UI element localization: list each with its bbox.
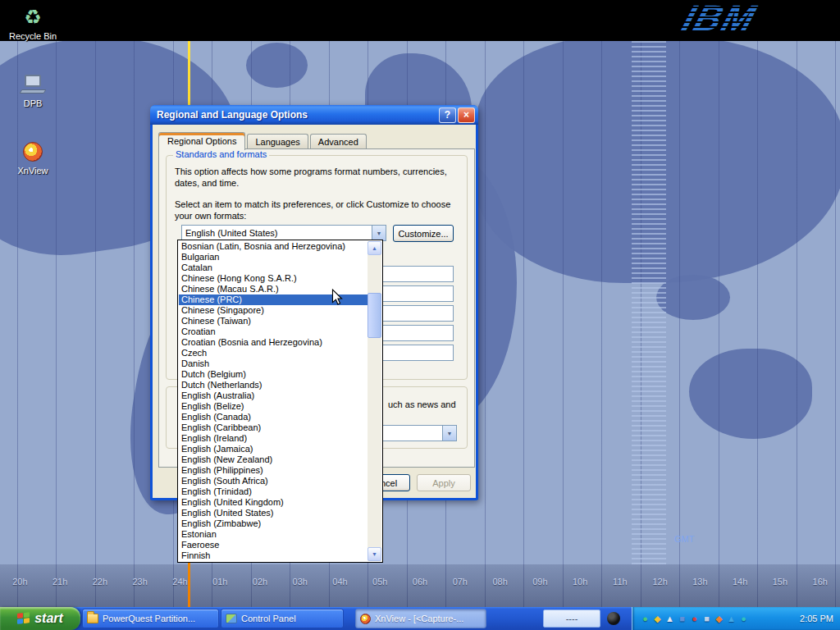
folder-icon	[87, 614, 98, 623]
list-item[interactable]: English (New Zealand)	[179, 454, 368, 465]
taskbar-button[interactable]: XnView - [<Capture-...	[355, 609, 486, 628]
desktop-icon-dpb[interactable]: DPB	[4, 72, 62, 108]
update-shield-icon[interactable]: ◆	[651, 607, 664, 630]
timezone-label: 09h	[520, 577, 560, 587]
toolbar-orb-icon[interactable]	[607, 612, 620, 625]
list-item[interactable]: Czech	[179, 348, 368, 358]
list-item[interactable]: Chinese (Taiwan)	[179, 316, 368, 326]
timezone-label: 12h	[640, 577, 680, 587]
tab-advanced[interactable]: Advanced	[310, 134, 367, 149]
timezone-label: 22h	[80, 577, 121, 587]
list-item[interactable]: English (Canada)	[179, 412, 368, 422]
control-panel-icon	[226, 614, 237, 623]
wireless-icon[interactable]: ▲	[725, 607, 737, 630]
safely-remove-icon[interactable]: ●	[639, 607, 651, 630]
mouse-cursor	[331, 289, 343, 306]
taskbar-toolbar[interactable]: ----	[543, 609, 600, 628]
tab-languages[interactable]: Languages	[247, 134, 308, 149]
taskbar: start PowerQuest Partition...Control Pan…	[0, 607, 840, 630]
ibm-logo: IBM	[678, 0, 761, 38]
network-icon[interactable]: ■	[676, 607, 688, 630]
messenger-icon[interactable]: ●	[737, 607, 750, 630]
list-item[interactable]: English (United States)	[179, 508, 368, 518]
list-item[interactable]: Croatian	[179, 326, 368, 337]
scroll-up-button[interactable]: ▲	[368, 241, 381, 255]
icon-label: DPB	[4, 98, 62, 108]
taskbar-button[interactable]: PowerQuest Partition...	[82, 609, 219, 628]
list-item[interactable]: English (Philippines)	[179, 465, 368, 476]
tab-regional-options[interactable]: Regional Options	[158, 132, 245, 150]
apply-button[interactable]: Apply	[417, 474, 471, 491]
timezone-label: 15h	[760, 577, 801, 587]
date-line-hatch	[632, 41, 666, 564]
list-item[interactable]: Croatian (Bosnia and Herzegovina)	[179, 337, 368, 348]
list-item[interactable]: Faeroese	[179, 540, 368, 550]
chevron-down-icon[interactable]: ▼	[442, 426, 456, 441]
desktop-icon-recycle-bin[interactable]: ♻ Recycle Bin	[4, 5, 62, 41]
xnview-icon	[360, 614, 371, 624]
icon-label: XnView	[4, 166, 62, 176]
timezone-label: 14h	[720, 577, 760, 587]
battery-icon[interactable]: ◆	[713, 607, 725, 630]
timezone-label: 20h	[0, 577, 40, 587]
taskbar-tasks: PowerQuest Partition...Control PanelXnVi…	[82, 609, 486, 628]
timezone-label: 01h	[200, 577, 240, 587]
laptop-icon	[21, 75, 45, 94]
list-item[interactable]: English (United Kingdom)	[179, 497, 368, 508]
formats-combobox[interactable]: English (United States) ▼	[181, 225, 386, 241]
list-item[interactable]: English (Trinidad)	[179, 486, 368, 497]
recycle-bin-icon: ♻	[24, 7, 42, 28]
timezone-label: 16h	[800, 577, 840, 587]
list-item[interactable]: English (Ireland)	[179, 433, 368, 444]
list-item[interactable]: Danish	[179, 358, 368, 369]
list-item[interactable]: Dutch (Belgium)	[179, 369, 368, 380]
group-description: This option affects how some programs fo…	[175, 166, 458, 189]
list-item[interactable]: Bosnian (Latin, Bosnia and Herzegovina)	[179, 241, 368, 252]
display-icon[interactable]: ■	[701, 607, 713, 630]
start-button[interactable]: start	[0, 607, 80, 630]
scroll-down-button[interactable]: ▼	[368, 547, 381, 561]
timezone-label: 07h	[440, 577, 480, 587]
taskbar-clock[interactable]: 2:05 PM	[800, 607, 833, 630]
system-tray: ●◆▲■●■◆▲● 2:05 PM	[632, 607, 840, 630]
timezone-label: 21h	[40, 577, 80, 587]
dialog-titlebar[interactable]: Regional and Language Options ? ×	[150, 105, 478, 125]
scrollbar-thumb[interactable]	[368, 293, 381, 338]
help-button[interactable]: ?	[439, 107, 456, 123]
list-item[interactable]: English (Australia)	[179, 390, 368, 401]
list-item[interactable]: Estonian	[179, 529, 368, 540]
timezone-label: 06h	[400, 577, 441, 587]
task-label: PowerQuest Partition...	[103, 614, 195, 623]
list-item[interactable]: English (Zimbabwe)	[179, 518, 368, 529]
chevron-down-icon[interactable]: ▼	[372, 226, 386, 240]
timezone-label: 03h	[280, 577, 320, 587]
timezone-label: 10h	[560, 577, 600, 587]
list-item[interactable]: English (Caribbean)	[179, 422, 368, 433]
list-item[interactable]: Catalan	[179, 262, 368, 273]
customize-button[interactable]: Customize...	[393, 225, 454, 242]
tab-strip: Regional Options Languages Advanced	[158, 132, 368, 149]
close-button[interactable]: ×	[458, 107, 475, 123]
scrollbar[interactable]: ▲ ▼	[368, 241, 381, 561]
list-item[interactable]: Bulgarian	[179, 252, 368, 262]
taskbar-button[interactable]: Control Panel	[221, 609, 344, 628]
list-item[interactable]: English (South Africa)	[179, 476, 368, 486]
icon-label: Recycle Bin	[4, 31, 62, 41]
list-item[interactable]: Finnish	[179, 550, 368, 561]
task-label: XnView - [<Capture-...	[375, 614, 463, 623]
timezone-label: 11h	[600, 577, 640, 587]
top-strip: IBM	[0, 0, 840, 41]
list-item[interactable]: English (Jamaica)	[179, 444, 368, 454]
list-item[interactable]: Dutch (Netherlands)	[179, 380, 368, 390]
list-item[interactable]: Chinese (Singapore)	[179, 305, 368, 316]
start-label: start	[34, 611, 63, 626]
volume-icon[interactable]: ▲	[664, 607, 676, 630]
timezone-label: 02h	[240, 577, 281, 587]
antivirus-icon[interactable]: ●	[688, 607, 701, 630]
desktop-icon-xnview[interactable]: XnView	[4, 139, 62, 176]
task-label: Control Panel	[241, 614, 296, 623]
list-item[interactable]: Chinese (Hong Kong S.A.R.)	[179, 273, 368, 284]
timezone-label: 24h	[160, 577, 200, 587]
list-item[interactable]: English (Belize)	[179, 401, 368, 412]
timezone-label: 13h	[680, 577, 720, 587]
